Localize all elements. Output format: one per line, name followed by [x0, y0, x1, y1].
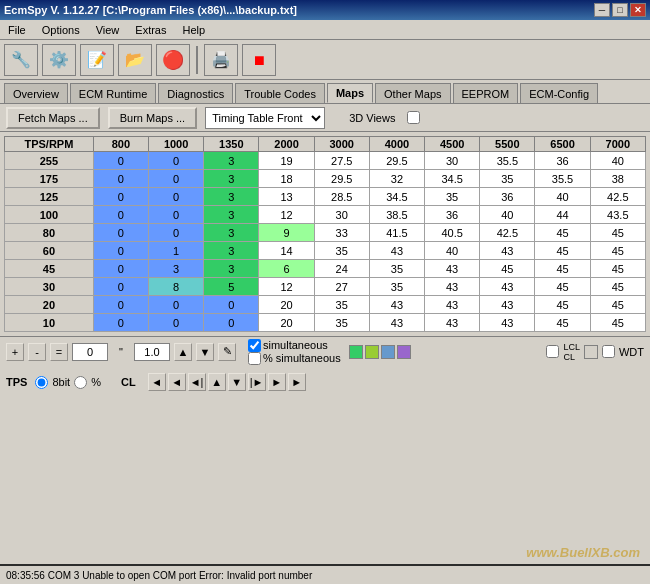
cell-r0-c6[interactable]: 30: [425, 152, 480, 170]
cell-r6-c1[interactable]: 3: [149, 260, 204, 278]
cell-r1-c8[interactable]: 35.5: [535, 170, 590, 188]
pencil-button[interactable]: ✎: [218, 343, 236, 361]
burn-maps-button[interactable]: Burn Maps ...: [108, 107, 197, 129]
3d-views-checkbox[interactable]: [407, 111, 420, 124]
cell-r7-c1[interactable]: 8: [149, 278, 204, 296]
cell-r0-c1[interactable]: 0: [149, 152, 204, 170]
cell-r5-c9[interactable]: 45: [590, 242, 645, 260]
cell-r1-c1[interactable]: 0: [149, 170, 204, 188]
plus-button[interactable]: +: [6, 343, 24, 361]
cell-r3-c5[interactable]: 38.5: [369, 206, 424, 224]
cell-r0-c2[interactable]: 3: [204, 152, 259, 170]
cell-r0-c7[interactable]: 35.5: [480, 152, 535, 170]
cell-r5-c3[interactable]: 14: [259, 242, 314, 260]
close-button[interactable]: ✕: [630, 3, 646, 17]
menu-help[interactable]: Help: [179, 23, 210, 37]
cell-r4-c4[interactable]: 33: [314, 224, 369, 242]
cell-r4-c7[interactable]: 42.5: [480, 224, 535, 242]
cell-r5-c1[interactable]: 1: [149, 242, 204, 260]
cell-r2-c5[interactable]: 34.5: [369, 188, 424, 206]
cell-r2-c8[interactable]: 40: [535, 188, 590, 206]
simultaneous-checkbox[interactable]: [248, 339, 261, 352]
cell-r6-c3[interactable]: 6: [259, 260, 314, 278]
cl-btn-2[interactable]: ◄: [168, 373, 186, 391]
cell-r3-c1[interactable]: 0: [149, 206, 204, 224]
cell-r8-c2[interactable]: 0: [204, 296, 259, 314]
cell-r3-c7[interactable]: 40: [480, 206, 535, 224]
toolbar-btn-4[interactable]: 📂: [118, 44, 152, 76]
cell-r9-c0[interactable]: 0: [93, 314, 148, 332]
cell-r4-c6[interactable]: 40.5: [425, 224, 480, 242]
cell-r8-c0[interactable]: 0: [93, 296, 148, 314]
cell-r2-c7[interactable]: 36: [480, 188, 535, 206]
down-arrow-button[interactable]: ▼: [196, 343, 214, 361]
cell-r2-c1[interactable]: 0: [149, 188, 204, 206]
cell-r5-c0[interactable]: 0: [93, 242, 148, 260]
cell-r5-c2[interactable]: 3: [204, 242, 259, 260]
cell-r2-c6[interactable]: 35: [425, 188, 480, 206]
cell-r3-c0[interactable]: 0: [93, 206, 148, 224]
cl-btn-5[interactable]: ▼: [228, 373, 246, 391]
cell-r9-c4[interactable]: 35: [314, 314, 369, 332]
cell-r8-c9[interactable]: 45: [590, 296, 645, 314]
cl-btn-3[interactable]: ◄|: [188, 373, 206, 391]
tab-other-maps[interactable]: Other Maps: [375, 83, 450, 103]
toolbar-btn-3[interactable]: 📝: [80, 44, 114, 76]
cell-r6-c6[interactable]: 43: [425, 260, 480, 278]
cell-r4-c2[interactable]: 3: [204, 224, 259, 242]
cell-r5-c6[interactable]: 40: [425, 242, 480, 260]
cell-r8-c7[interactable]: 43: [480, 296, 535, 314]
cell-r6-c2[interactable]: 3: [204, 260, 259, 278]
cell-r8-c8[interactable]: 45: [535, 296, 590, 314]
maximize-button[interactable]: □: [612, 3, 628, 17]
percent-simultaneous-checkbox[interactable]: [248, 352, 261, 365]
cell-r9-c5[interactable]: 43: [369, 314, 424, 332]
cell-r9-c6[interactable]: 43: [425, 314, 480, 332]
cell-r2-c4[interactable]: 28.5: [314, 188, 369, 206]
cell-r1-c7[interactable]: 35: [480, 170, 535, 188]
menu-options[interactable]: Options: [38, 23, 84, 37]
cell-r9-c7[interactable]: 43: [480, 314, 535, 332]
cell-r8-c4[interactable]: 35: [314, 296, 369, 314]
cell-r7-c9[interactable]: 45: [590, 278, 645, 296]
lcl-checkbox[interactable]: [546, 345, 559, 358]
cell-r3-c2[interactable]: 3: [204, 206, 259, 224]
cell-r2-c2[interactable]: 3: [204, 188, 259, 206]
menu-file[interactable]: File: [4, 23, 30, 37]
tab-ecm-config[interactable]: ECM-Config: [520, 83, 598, 103]
cell-r3-c9[interactable]: 43.5: [590, 206, 645, 224]
toolbar-btn-6[interactable]: 🖨️: [204, 44, 238, 76]
cell-r7-c7[interactable]: 43: [480, 278, 535, 296]
cell-r2-c9[interactable]: 42.5: [590, 188, 645, 206]
cl-btn-4[interactable]: ▲: [208, 373, 226, 391]
cell-r1-c0[interactable]: 0: [93, 170, 148, 188]
cell-r3-c4[interactable]: 30: [314, 206, 369, 224]
cell-r0-c5[interactable]: 29.5: [369, 152, 424, 170]
cell-r5-c4[interactable]: 35: [314, 242, 369, 260]
cell-r9-c1[interactable]: 0: [149, 314, 204, 332]
tps-8bit-radio[interactable]: [35, 376, 48, 389]
minus-button[interactable]: -: [28, 343, 46, 361]
cell-r6-c9[interactable]: 45: [590, 260, 645, 278]
tab-diagnostics[interactable]: Diagnostics: [158, 83, 233, 103]
cell-r7-c5[interactable]: 35: [369, 278, 424, 296]
tab-overview[interactable]: Overview: [4, 83, 68, 103]
cell-r7-c4[interactable]: 27: [314, 278, 369, 296]
tab-ecm-runtime[interactable]: ECM Runtime: [70, 83, 156, 103]
cell-r0-c3[interactable]: 19: [259, 152, 314, 170]
cell-r4-c9[interactable]: 45: [590, 224, 645, 242]
cell-r7-c0[interactable]: 0: [93, 278, 148, 296]
cell-r2-c3[interactable]: 13: [259, 188, 314, 206]
cell-r9-c2[interactable]: 0: [204, 314, 259, 332]
cell-r3-c8[interactable]: 44: [535, 206, 590, 224]
cell-r1-c5[interactable]: 32: [369, 170, 424, 188]
equals-button[interactable]: =: [50, 343, 68, 361]
cell-r1-c6[interactable]: 34.5: [425, 170, 480, 188]
cell-r4-c3[interactable]: 9: [259, 224, 314, 242]
cell-r6-c5[interactable]: 35: [369, 260, 424, 278]
menu-view[interactable]: View: [92, 23, 124, 37]
toolbar-btn-7[interactable]: ⏹: [242, 44, 276, 76]
cell-r3-c3[interactable]: 12: [259, 206, 314, 224]
cell-r0-c4[interactable]: 27.5: [314, 152, 369, 170]
cell-r2-c0[interactable]: 0: [93, 188, 148, 206]
